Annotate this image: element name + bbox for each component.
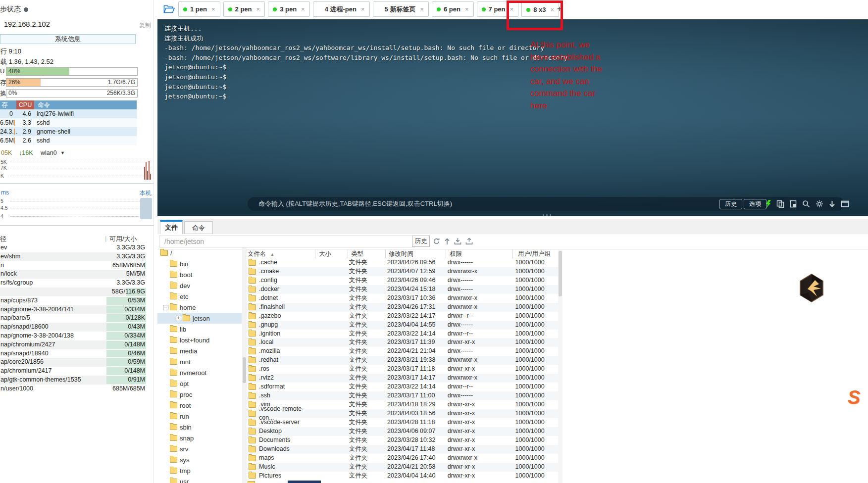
command-input-bar[interactable]: 命令输入 (按ALT键提示历史,TAB键路径,ESC键返回,双击CTRL切换) …	[248, 197, 844, 211]
download-icon[interactable]	[454, 238, 461, 245]
tree-item[interactable]: lost+found	[157, 335, 242, 345]
tree-item[interactable]: mnt	[157, 356, 242, 367]
file-row[interactable]: .vscode-server 文件夹 2023/04/28 11:18 drwx…	[247, 418, 558, 427]
col-filename[interactable]: 文件名▲	[247, 250, 315, 258]
history-button[interactable]: 历史	[719, 199, 742, 209]
gear-icon[interactable]	[816, 200, 823, 208]
terminal-tab[interactable]: 3 pen ×	[268, 1, 310, 17]
command-input-hint[interactable]: 命令输入 (按ALT键提示历史,TAB键路径,ESC键返回,双击CTRL切换)	[258, 197, 452, 211]
tree-item[interactable]: run	[157, 411, 242, 422]
tab-close-icon[interactable]: ×	[211, 5, 215, 13]
tab-close-icon[interactable]: ×	[465, 5, 469, 13]
tree-item[interactable]: nvmeroot	[157, 367, 242, 378]
file-table-scrollbar[interactable]	[558, 250, 562, 483]
path-input[interactable]: /home/jetson	[159, 236, 415, 247]
file-row[interactable]: .local 文件夹 2023/03/17 11:39 drwxr-xr-x 1…	[247, 338, 558, 347]
net-interface[interactable]: wlan0	[41, 149, 57, 156]
file-row[interactable]: .gnupg 文件夹 2023/04/04 14:55 drwx------ 1…	[247, 321, 558, 330]
file-table-scrollbar-thumb[interactable]	[559, 251, 562, 296]
file-row[interactable]: Documents 文件夹 2023/03/28 10:32 drwxr-xr-…	[247, 436, 558, 445]
terminal-tab[interactable]: 4 进程-pen ×	[313, 1, 370, 17]
tab-close-icon[interactable]: ×	[420, 5, 424, 13]
copy-ip-button[interactable]: 复制	[139, 21, 151, 30]
file-row[interactable]: .finalshell 文件夹 2023/04/26 17:31 drwxrwx…	[247, 303, 558, 312]
col-type[interactable]: 类型	[348, 250, 385, 258]
tree-item[interactable]: srv	[157, 443, 242, 454]
file-row[interactable]: .sdformat 文件夹 2023/03/22 14:14 drwxr--r-…	[247, 383, 558, 391]
tree-item[interactable]: etc	[157, 291, 242, 302]
file-row[interactable]: .ssh 文件夹 2023/03/17 11:00 drwx------ 100…	[247, 391, 558, 400]
window-icon[interactable]	[841, 200, 849, 207]
tab-close-icon[interactable]: ×	[301, 5, 305, 13]
disk-avail-size: 0/46M	[128, 349, 145, 358]
tab-commands[interactable]: 命令	[184, 221, 213, 234]
tree-scrollbar[interactable]	[242, 247, 247, 483]
up-directory-icon[interactable]	[444, 238, 450, 245]
sidebar-scrollbar[interactable]	[140, 198, 152, 219]
copy-icon[interactable]	[776, 200, 784, 208]
arrow-down-icon[interactable]	[829, 200, 835, 208]
tree-scrollbar-thumb[interactable]	[243, 357, 246, 383]
tree-item[interactable]: root	[157, 400, 242, 411]
refresh-icon[interactable]	[433, 238, 440, 245]
file-row[interactable]: maps 文件夹 2023/04/26 17:40 drwxrwxr-x 100…	[247, 454, 558, 463]
tab-close-icon[interactable]: ×	[256, 5, 260, 13]
tree-item[interactable]: lib	[157, 324, 242, 335]
options-button[interactable]: 选项	[744, 199, 766, 209]
col-mtime[interactable]: 修改时间	[385, 250, 446, 258]
col-cpu[interactable]: CPU	[16, 100, 34, 109]
tree-item[interactable]: proc	[157, 389, 242, 400]
tree-item[interactable]: dev	[157, 280, 242, 291]
terminal-tab[interactable]: 1 pen ×	[178, 1, 220, 17]
col-owner[interactable]: 用户/用户组	[512, 250, 558, 258]
tab-files[interactable]: 文件	[160, 220, 183, 234]
tree-item[interactable]: boot	[157, 269, 242, 280]
panel-splitter-handle[interactable]	[543, 214, 551, 216]
tree-item[interactable]: tmp	[157, 465, 242, 476]
tree-item[interactable]: media	[157, 345, 242, 356]
file-row[interactable]: Downloads 文件夹 2023/04/17 11:48 drwxr-xr-…	[247, 445, 558, 454]
open-connection-folder-icon[interactable]	[163, 4, 175, 14]
system-info-header[interactable]: 系统信息	[0, 34, 136, 44]
file-row[interactable]: .rviz2 文件夹 2023/03/17 14:17 drwxrwxr-x 1…	[247, 374, 558, 383]
chevron-down-icon[interactable]: ▼	[60, 150, 65, 155]
tree-item[interactable]: opt	[157, 378, 242, 389]
file-row[interactable]: .ros 文件夹 2023/03/17 11:18 drwxr-xr-x 100…	[247, 365, 558, 374]
tree-item[interactable]: + jetson	[157, 313, 242, 324]
file-row[interactable]: .mozilla 文件夹 2022/04/21 21:04 drwx------…	[247, 347, 558, 356]
file-row[interactable]: .cache 文件夹 2023/04/26 09:56 drwx------ 1…	[247, 258, 558, 267]
paste-icon[interactable]	[790, 200, 797, 208]
col-size[interactable]: 大小	[315, 250, 348, 258]
disk-path: nap/snapd/18600	[0, 323, 106, 332]
path-history-button[interactable]: 历史	[412, 236, 430, 247]
file-row[interactable]: .ignition 文件夹 2023/03/22 14:14 drwxr--r-…	[247, 330, 558, 338]
tree-toggle-icon[interactable]: +	[176, 316, 181, 321]
file-row[interactable]: .vscode-remote-con... 文件夹 2023/04/03 18:…	[247, 409, 558, 418]
file-row[interactable]: .cmake 文件夹 2023/04/07 12:59 drwxrwxr-x 1…	[247, 267, 558, 276]
terminal-tab[interactable]: 5 新标签页 ×	[373, 1, 429, 17]
tree-item[interactable]: usr	[157, 476, 242, 483]
tree-item[interactable]: bin	[157, 258, 242, 269]
file-row[interactable]: Pictures 文件夹 2023/04/04 14:40 drwxr-xr-x…	[247, 472, 558, 481]
tab-close-icon[interactable]: ×	[361, 5, 365, 13]
lightning-icon[interactable]	[766, 200, 771, 208]
terminal-tab[interactable]: 2 pen ×	[223, 1, 265, 17]
file-row[interactable]: .docker 文件夹 2023/04/24 15:18 drwx------ …	[247, 285, 558, 294]
file-row[interactable]: .redhat 文件夹 2023/03/21 19:38 drwxrwxr-x …	[247, 356, 558, 365]
tree-item[interactable]: /	[157, 247, 242, 258]
terminal-tab[interactable]: 6 pen ×	[432, 1, 474, 17]
file-row[interactable]: Music 文件夹 2022/04/21 20:58 drwxr-xr-x 10…	[247, 463, 558, 472]
tree-toggle-icon[interactable]: −	[163, 305, 168, 310]
file-row[interactable]: .gazebo 文件夹 2023/03/22 14:17 drwxr--r-- …	[247, 312, 558, 321]
tree-item[interactable]: snap	[157, 433, 242, 443]
tree-item[interactable]: sys	[157, 454, 242, 465]
upload-icon[interactable]	[465, 238, 473, 245]
file-row[interactable]: Desktop 文件夹 2023/04/06 09:07 drwxr-xr-x …	[247, 427, 558, 436]
tree-item[interactable]: − home	[157, 302, 242, 313]
terminal-area[interactable]: 连接主机...连接主机成功-bash: /home/jetson/yahboom…	[157, 19, 868, 216]
file-row[interactable]: .dotnet 文件夹 2023/03/17 10:36 drwxrwxr-x …	[247, 294, 558, 303]
file-row[interactable]: .config 文件夹 2023/04/26 09:46 drwx------ …	[247, 276, 558, 285]
col-perm[interactable]: 权限	[446, 250, 512, 258]
tree-item[interactable]: sbin	[157, 422, 242, 433]
search-icon[interactable]	[802, 200, 810, 208]
